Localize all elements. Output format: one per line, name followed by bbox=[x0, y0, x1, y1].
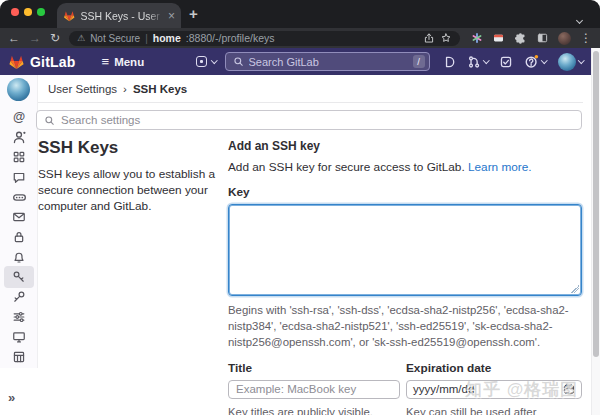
title-label: Title bbox=[228, 361, 400, 375]
sidebar-item-access-tokens[interactable] bbox=[4, 186, 34, 208]
sidebar-item-active-sessions[interactable] bbox=[4, 326, 34, 348]
settings-icon-rail: @ bbox=[0, 75, 38, 368]
sidebar-item-preferences[interactable] bbox=[4, 306, 34, 328]
settings-search[interactable] bbox=[36, 110, 582, 130]
tab-close-icon[interactable]: × bbox=[168, 10, 175, 22]
profile-avatar[interactable] bbox=[7, 78, 30, 101]
search-shortcut-key: / bbox=[413, 55, 425, 68]
section-intro: SSH Keys SSH keys allow you to establish… bbox=[38, 138, 218, 215]
extensions-puzzle-icon[interactable] bbox=[514, 32, 527, 45]
bookmark-star-icon[interactable] bbox=[440, 32, 452, 44]
resize-grip-icon[interactable] bbox=[571, 285, 579, 293]
key-help-text: Begins with 'ssh-rsa', 'ssh-dss', 'ecdsa… bbox=[228, 302, 582, 351]
sidebar-item-chat[interactable] bbox=[4, 166, 34, 188]
sidebar-item-notifications[interactable] bbox=[4, 246, 34, 268]
url-path: :8880/-/profile/keys bbox=[186, 32, 275, 44]
new-menu-button[interactable] bbox=[196, 56, 217, 67]
url-separator: | bbox=[145, 33, 148, 44]
merge-requests-button[interactable] bbox=[467, 55, 489, 69]
extension-asterisk-icon[interactable] bbox=[471, 32, 483, 44]
chevron-down-icon bbox=[211, 57, 217, 63]
sidebar-item-emails[interactable] bbox=[4, 206, 34, 228]
mail-icon bbox=[12, 210, 26, 224]
add-ssh-key-form: Add an SSH key Add an SSH key for secure… bbox=[228, 139, 582, 415]
learn-more-link[interactable]: Learn more. bbox=[468, 160, 532, 174]
not-secure-warning-icon: ⚠ bbox=[77, 34, 85, 43]
title-input[interactable] bbox=[228, 380, 400, 399]
help-button[interactable] bbox=[524, 54, 547, 69]
user-avatar bbox=[558, 53, 576, 71]
key-textarea[interactable] bbox=[229, 205, 581, 295]
extensions-row: ⋮ bbox=[471, 32, 592, 45]
issues-icon[interactable] bbox=[442, 55, 456, 69]
side-panel-icon[interactable] bbox=[536, 32, 549, 44]
monitor-icon bbox=[12, 330, 26, 344]
url-host: home bbox=[153, 32, 181, 44]
hamburger-icon: ≡ bbox=[102, 55, 110, 68]
key-icon bbox=[12, 270, 26, 284]
log-table-icon bbox=[12, 350, 26, 364]
gitlab-search-input[interactable] bbox=[249, 56, 408, 68]
browser-menu-icon[interactable]: ⋮ bbox=[580, 32, 592, 44]
breadcrumb-divider bbox=[38, 102, 583, 103]
expiration-label: Expiration date bbox=[406, 361, 582, 375]
close-window-button[interactable] bbox=[11, 8, 19, 16]
lock-icon bbox=[12, 230, 26, 244]
key-textarea-wrap bbox=[228, 204, 582, 296]
chat-bubble-icon bbox=[12, 170, 26, 184]
navbar-icons bbox=[442, 53, 584, 71]
breadcrumb-separator: › bbox=[123, 83, 127, 95]
page-title: SSH Keys bbox=[38, 138, 218, 158]
chevron-down-icon bbox=[578, 57, 584, 63]
form-intro: Add an SSH key for secure access to GitL… bbox=[228, 160, 582, 174]
browser-profile-avatar[interactable] bbox=[558, 32, 571, 45]
bell-icon bbox=[12, 250, 26, 264]
chevron-down-icon bbox=[483, 57, 489, 63]
token-pill-icon bbox=[12, 190, 27, 205]
user-menu-button[interactable] bbox=[558, 53, 584, 71]
sidebar-item-profile[interactable]: @ bbox=[4, 106, 34, 128]
gitlab-search[interactable]: / bbox=[225, 52, 430, 71]
extension-card-icon[interactable] bbox=[492, 32, 505, 44]
breadcrumb-parent[interactable]: User Settings bbox=[48, 83, 117, 95]
settings-search-input[interactable] bbox=[61, 114, 574, 126]
scrollbar-thumb[interactable] bbox=[593, 51, 599, 357]
sidebar-item-ssh-keys[interactable] bbox=[4, 266, 34, 288]
sidebar-item-authentication-log[interactable] bbox=[4, 346, 34, 368]
gitlab-navbar: GitLab ≡ Menu / bbox=[0, 48, 591, 75]
title-field-group: Title Key titles are publicly visible. bbox=[228, 361, 400, 415]
chevron-down-icon bbox=[541, 57, 547, 63]
merge-request-icon bbox=[467, 55, 481, 69]
gitlab-brand[interactable]: GitLab bbox=[30, 54, 76, 70]
address-bar[interactable]: ⚠ Not Secure | home :8880/-/profile/keys bbox=[69, 31, 460, 46]
sidebar-item-gpg-keys[interactable] bbox=[4, 286, 34, 308]
forward-icon[interactable]: → bbox=[29, 32, 41, 44]
security-label[interactable]: Not Secure bbox=[90, 33, 140, 44]
page-scrollbar[interactable] bbox=[591, 48, 600, 415]
form-heading: Add an SSH key bbox=[228, 139, 582, 153]
menu-button[interactable]: ≡ Menu bbox=[102, 55, 145, 68]
share-icon[interactable] bbox=[423, 32, 435, 44]
todos-icon[interactable] bbox=[499, 55, 513, 69]
sliders-icon bbox=[12, 310, 26, 324]
fullscreen-window-button[interactable] bbox=[37, 8, 45, 16]
search-icon bbox=[44, 115, 55, 126]
new-tab-button[interactable]: + bbox=[189, 5, 198, 22]
sidebar-item-password[interactable] bbox=[4, 226, 34, 248]
breadcrumb: User Settings › SSH Keys bbox=[48, 83, 187, 95]
tab-search-chevron-icon[interactable] bbox=[577, 9, 582, 27]
browser-tab[interactable]: SSH Keys - User Settings - GitLab × bbox=[57, 3, 181, 28]
sidebar-item-account[interactable] bbox=[4, 126, 34, 148]
breadcrumb-current: SSH Keys bbox=[133, 83, 187, 95]
sidebar-expand-icon[interactable]: » bbox=[8, 390, 15, 405]
key-icon bbox=[12, 290, 26, 304]
back-icon[interactable]: ← bbox=[8, 32, 20, 44]
sidebar-item-applications[interactable] bbox=[4, 146, 34, 168]
at-icon: @ bbox=[13, 110, 25, 124]
browser-window: SSH Keys - User Settings - GitLab × + ← … bbox=[0, 0, 600, 415]
minimize-window-button[interactable] bbox=[24, 8, 32, 16]
gitlab-logo[interactable] bbox=[8, 54, 25, 70]
key-label: Key bbox=[228, 185, 582, 199]
reload-icon[interactable]: ↻ bbox=[50, 32, 60, 44]
gitlab-favicon bbox=[63, 10, 75, 22]
